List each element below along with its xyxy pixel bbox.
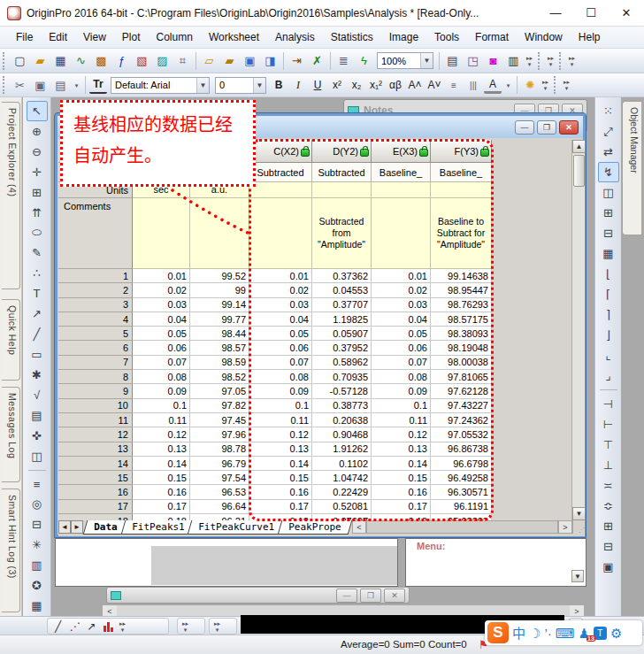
data-cell[interactable]: 0.18 (372, 514, 431, 520)
menu-window[interactable]: Window (518, 28, 570, 46)
toolbar-overflow[interactable]: ▸▸▾ (561, 75, 572, 95)
data-cell[interactable]: 0.12 (249, 427, 312, 442)
scroll-up-arrow[interactable]: ▲ (572, 140, 586, 153)
insert-bc-tool-icon[interactable]: ⊟ (27, 514, 48, 535)
row-number[interactable]: 3 (58, 298, 133, 312)
punctuation-icon[interactable]: ’· (544, 627, 551, 640)
tab-scroll-left[interactable]: ◄ (58, 520, 71, 534)
data-cell[interactable]: 0.14 (249, 457, 312, 471)
skin-13-icon[interactable]: ♟13 (578, 627, 589, 640)
draw-mask-tool-icon[interactable]: ✎ (27, 242, 48, 263)
toolbar-overflow[interactable]: ▸▸▾ (540, 75, 551, 95)
data-cell[interactable]: 0.07 (133, 356, 190, 370)
greek-button[interactable]: αβ (387, 76, 404, 94)
zoom-in-tool-icon[interactable]: ⊕ (27, 121, 48, 142)
long-name-cell[interactable]: Subtracted (312, 163, 372, 182)
data-cell[interactable]: 0.38773 (312, 399, 372, 413)
row-number[interactable]: 18 (58, 514, 133, 520)
comments-cell[interactable]: Baseline to Subtract for "Amplitude" (431, 198, 492, 269)
frame-t-icon[interactable]: ⌉ (598, 304, 619, 325)
comments-cell[interactable] (190, 198, 249, 269)
data-cell[interactable]: 96.21 (190, 514, 249, 520)
scroll-left-arrow[interactable]: < (103, 605, 117, 616)
duplicate-batch-icon[interactable]: ≣ (334, 51, 353, 70)
data-cell[interactable]: 0.05 (372, 327, 431, 341)
toolbar-overflow[interactable]: ▸▸▾ (566, 51, 578, 71)
row-number[interactable]: 13 (58, 442, 133, 457)
data-cell[interactable]: 97.62128 (431, 384, 492, 398)
toolbar-grip[interactable] (3, 76, 7, 94)
toolbar-grip[interactable] (3, 52, 7, 70)
data-cell[interactable]: 96.86738 (431, 442, 492, 457)
scatter-plot-icon[interactable]: ⋰ (66, 619, 83, 634)
data-cell[interactable]: 0.07 (249, 356, 312, 370)
new-graph-page-icon[interactable]: ⌗ (173, 51, 192, 70)
data-cell[interactable]: 97.81065 (431, 370, 492, 384)
data-cell[interactable]: 96.1191 (431, 500, 492, 514)
menu-view[interactable]: View (76, 28, 113, 46)
data-cell[interactable]: 1.91262 (312, 442, 372, 457)
data-cell[interactable]: 0.09 (372, 384, 431, 398)
open-icon[interactable]: ▱ (200, 51, 218, 70)
data-cell[interactable]: 0.03 (133, 298, 190, 312)
data-cell[interactable]: 0.06 (372, 341, 431, 355)
row-number[interactable]: 4 (58, 312, 133, 327)
slide-show-icon[interactable]: ◳ (464, 51, 482, 70)
data-cell[interactable]: 0.15 (249, 471, 312, 485)
frame-l-icon[interactable]: ⌈ (598, 284, 619, 304)
layer-4-stack-icon[interactable]: ⊟ (598, 223, 619, 243)
save-template-icon[interactable]: ◨ (261, 51, 280, 70)
data-cell[interactable]: 0.17 (133, 500, 190, 514)
row-number[interactable]: 2 (58, 283, 133, 297)
data-cell[interactable]: 0.90468 (312, 427, 372, 442)
data-cell[interactable]: 0.01 (249, 269, 312, 283)
data-cell[interactable]: 0.37952 (312, 341, 372, 355)
menu-plot[interactable]: Plot (115, 28, 148, 46)
data-cell[interactable]: 0.09 (249, 384, 312, 398)
data-cell[interactable]: 1.04742 (312, 471, 372, 485)
new-folder-icon[interactable]: ▰ (31, 51, 50, 70)
align-hcenter-icon[interactable]: ≎ (598, 496, 619, 516)
data-cell[interactable]: 98.38093 (431, 327, 492, 341)
scroll-track[interactable] (366, 520, 558, 534)
data-cell[interactable]: 0.27607 (312, 514, 372, 520)
toolbar-overflow[interactable]: ▾ (71, 75, 82, 95)
row-number[interactable]: 17 (58, 500, 133, 514)
data-cell[interactable]: 0.06 (249, 341, 312, 355)
align-left-icon[interactable]: ⊣ (598, 394, 619, 414)
column-header-D(Y2)[interactable]: D(Y2) (312, 140, 372, 163)
dock-tab-project-explorer-4-[interactable]: Project Explorer (4) (2, 102, 20, 289)
data-cell[interactable]: 0.70935 (312, 370, 372, 384)
text-tool-tool-icon[interactable]: T (27, 283, 48, 304)
insert-lines-tool-icon[interactable]: ≡ (27, 474, 48, 495)
data-cell[interactable]: 0.1 (133, 399, 190, 413)
data-cell[interactable]: 0.18 (249, 514, 312, 520)
data-cell[interactable]: 99.14638 (431, 269, 492, 283)
align-button[interactable]: ≡ (445, 76, 463, 94)
menu-image[interactable]: Image (382, 28, 426, 46)
minimized-close-button[interactable]: ✕ (384, 589, 405, 603)
toolbar-overflow[interactable]: ▸▸▾ (545, 51, 556, 71)
swap-icon[interactable]: ▣ (598, 557, 619, 577)
data-cell[interactable]: 98.44 (190, 327, 249, 341)
worksheet-minimize-button[interactable]: — (515, 120, 534, 135)
units-cell[interactable] (312, 182, 372, 198)
font-size-combo-arrow[interactable]: ▼ (253, 78, 265, 93)
long-name-cell[interactable]: Baseline_ (372, 163, 431, 182)
toolbar-overflow[interactable]: ▸▸▾ (117, 617, 128, 636)
new-workbook-icon[interactable]: ▦ (51, 51, 70, 70)
italic-button[interactable]: I (289, 76, 307, 94)
new-function-icon[interactable]: ƒ (112, 51, 131, 70)
data-cell[interactable]: 99.77 (190, 312, 249, 327)
import-wizard-icon[interactable]: ⇥ (288, 51, 306, 70)
new-notes-icon[interactable]: ▨ (153, 51, 172, 70)
subscript-button[interactable]: x₂ (348, 76, 365, 94)
menu-tools[interactable]: Tools (427, 28, 466, 46)
skin-shirt-icon[interactable]: T (594, 627, 607, 640)
add-scatter-icon[interactable]: ⁙ (598, 101, 619, 121)
zoom-out-tool-icon[interactable]: ⊖ (27, 142, 48, 162)
stamp-tool-icon[interactable]: ✪ (27, 575, 48, 596)
data-cell[interactable]: 98.95447 (431, 283, 492, 297)
frame-open-icon[interactable]: ⌞ (598, 345, 619, 365)
data-cell[interactable]: 0.16 (372, 485, 431, 499)
